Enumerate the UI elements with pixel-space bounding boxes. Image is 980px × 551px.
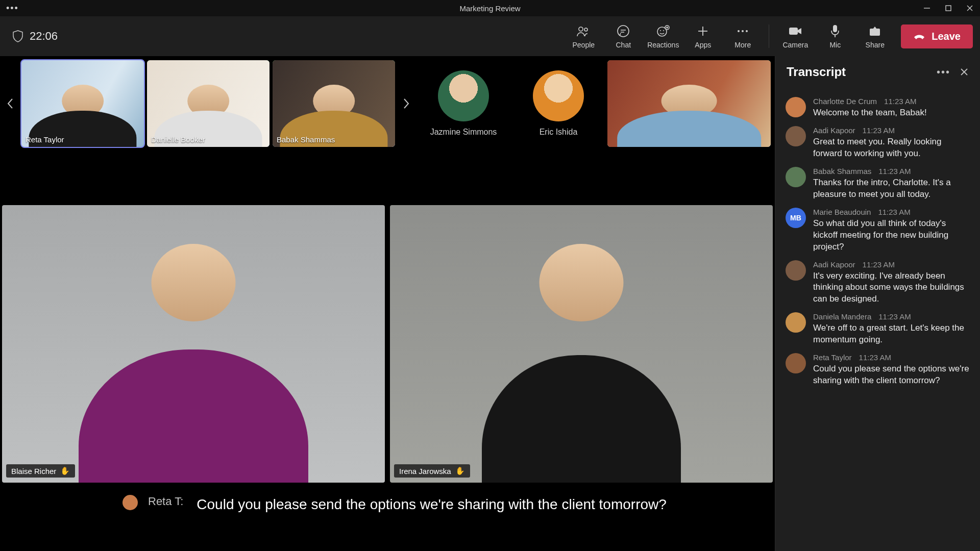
transcript-speaker: Babak Shammas	[813, 167, 871, 176]
action-label: Share	[866, 41, 885, 49]
transcript-text: It's very exciting. I've already been th…	[813, 270, 970, 306]
chat-icon	[617, 23, 630, 39]
participant-name: Babak Shammas	[277, 135, 335, 144]
svg-point-11	[663, 30, 664, 31]
strip-prev[interactable]	[2, 60, 18, 147]
main-video-row: Blaise Richer ✋ Irena Jarowska ✋	[0, 149, 775, 485]
transcript-speaker: Aadi Kapoor	[813, 260, 855, 269]
shield-icon	[12, 30, 23, 42]
avatar	[438, 70, 489, 121]
action-label: More	[734, 41, 751, 49]
participant-tile[interactable]: Reta Taylor	[21, 60, 144, 147]
participant-strip: Reta Taylor Danielle Booker Babak Shamma…	[0, 56, 775, 149]
avatar	[533, 70, 584, 121]
transcript-text: Great to meet you. Really looking forwar…	[813, 136, 970, 160]
mic-button[interactable]: Mic	[816, 18, 854, 54]
action-label: Chat	[616, 41, 631, 49]
chat-button[interactable]: Chat	[604, 18, 642, 54]
transcript-text: So what did you all think of today's kic…	[813, 218, 970, 253]
transcript-text: Could you please send the options we're …	[813, 363, 970, 387]
transcript-header: Transcript •••	[775, 56, 980, 88]
participant-name: Reta Taylor	[26, 135, 64, 144]
transcript-item: Aadi Kapoor11:23 AMIt's very exciting. I…	[786, 260, 970, 306]
hand-icon: ✋	[455, 466, 465, 475]
separator	[769, 24, 769, 48]
caption-speaker: Reta T:	[148, 495, 183, 508]
transcript-avatar	[786, 312, 806, 333]
action-label: Mic	[829, 41, 841, 49]
transcript-title: Transcript	[787, 65, 846, 79]
svg-rect-1	[946, 6, 951, 11]
transcript-body[interactable]: Charlotte De Crum11:23 AMWelcome to the …	[775, 88, 980, 551]
speaker-tile[interactable]: Blaise Richer ✋	[2, 205, 385, 483]
transcript-speaker: Daniela Mandera	[813, 312, 871, 321]
transcript-speaker: Reta Taylor	[813, 353, 852, 362]
transcript-item: Aadi Kapoor11:23 AMGreat to meet you. Re…	[786, 126, 970, 160]
maximize-icon[interactable]	[944, 4, 952, 12]
participant-name: Irena Jarowska	[399, 467, 451, 475]
transcript-avatar	[786, 353, 806, 373]
hangup-icon	[913, 32, 925, 40]
transcript-text: Thanks for the intro, Charlotte. It's a …	[813, 177, 970, 201]
transcript-avatar	[786, 126, 806, 146]
svg-point-17	[738, 30, 740, 32]
reactions-button[interactable]: Reactions	[644, 18, 682, 54]
camera-button[interactable]: Camera	[776, 18, 814, 54]
more-button[interactable]: More	[724, 18, 762, 54]
leave-label: Leave	[932, 31, 961, 42]
transcript-speaker: Marie Beaudouin	[813, 208, 871, 216]
transcript-item: Charlotte De Crum11:23 AMWelcome to the …	[786, 97, 970, 119]
transcript-time: 11:23 AM	[878, 167, 911, 176]
participant-avatar[interactable]: Jazmine Simmons	[418, 60, 509, 147]
transcript-more-icon[interactable]: •••	[937, 66, 950, 78]
transcript-speaker: Charlotte De Crum	[813, 97, 877, 106]
transcript-item: Babak Shammas11:23 AMThanks for the intr…	[786, 167, 970, 201]
strip-next[interactable]	[398, 60, 414, 147]
svg-rect-23	[870, 29, 880, 36]
call-timer: 22:06	[30, 30, 58, 43]
share-button[interactable]: Share	[856, 18, 894, 54]
transcript-avatar	[786, 167, 806, 187]
transcript-avatar	[786, 97, 806, 117]
close-icon[interactable]	[966, 4, 974, 12]
apps-button[interactable]: Apps	[684, 18, 722, 54]
mic-icon	[830, 23, 840, 39]
svg-point-5	[584, 28, 587, 31]
minimize-icon[interactable]	[923, 4, 931, 12]
camera-icon	[788, 23, 802, 39]
transcript-text: Welcome to the team, Babak!	[813, 107, 970, 119]
window-title: Marketing Review	[459, 4, 520, 13]
participant-avatar[interactable]: Eric Ishida	[512, 60, 604, 147]
reactions-icon	[656, 23, 670, 39]
meeting-stage: Reta Taylor Danielle Booker Babak Shamma…	[0, 56, 775, 551]
transcript-speaker: Aadi Kapoor	[813, 126, 855, 135]
svg-point-6	[618, 26, 629, 37]
transcript-time: 11:23 AM	[859, 353, 891, 362]
action-label: Apps	[695, 41, 711, 49]
app-menu-icon[interactable]: •••	[6, 3, 19, 14]
people-button[interactable]: People	[565, 18, 602, 54]
transcript-item: Daniela Mandera11:23 AMWe're off to a gr…	[786, 312, 970, 346]
transcript-time: 11:23 AM	[884, 97, 916, 106]
participant-name: Danielle Booker	[151, 135, 205, 144]
transcript-time: 11:23 AM	[863, 126, 895, 135]
speaker-tile[interactable]: Irena Jarowska ✋	[390, 205, 773, 483]
name-tag: Irena Jarowska ✋	[394, 464, 470, 478]
transcript-time: 11:23 AM	[878, 312, 911, 321]
participant-name: Eric Ishida	[540, 128, 578, 137]
transcript-time: 11:23 AM	[863, 260, 895, 269]
transcript-close-icon[interactable]	[960, 67, 969, 77]
svg-point-4	[579, 27, 583, 31]
transcript-text: We're off to a great start. Let's keep t…	[813, 322, 970, 346]
participant-tile[interactable]: Babak Shammas	[273, 60, 395, 147]
svg-rect-21	[833, 25, 837, 32]
leave-button[interactable]: Leave	[901, 24, 973, 48]
meeting-top-bar: 22:06 People Chat Reactions Apps More Ca…	[0, 16, 980, 56]
transcript-avatar	[786, 260, 806, 281]
participant-tile[interactable]	[607, 60, 771, 147]
live-caption-bar: Reta T: Could you please send the option…	[0, 485, 775, 551]
participant-tile[interactable]: Danielle Booker	[147, 60, 270, 147]
people-icon	[576, 23, 591, 39]
transcript-item: Reta Taylor11:23 AMCould you please send…	[786, 353, 970, 387]
svg-point-19	[746, 30, 748, 32]
